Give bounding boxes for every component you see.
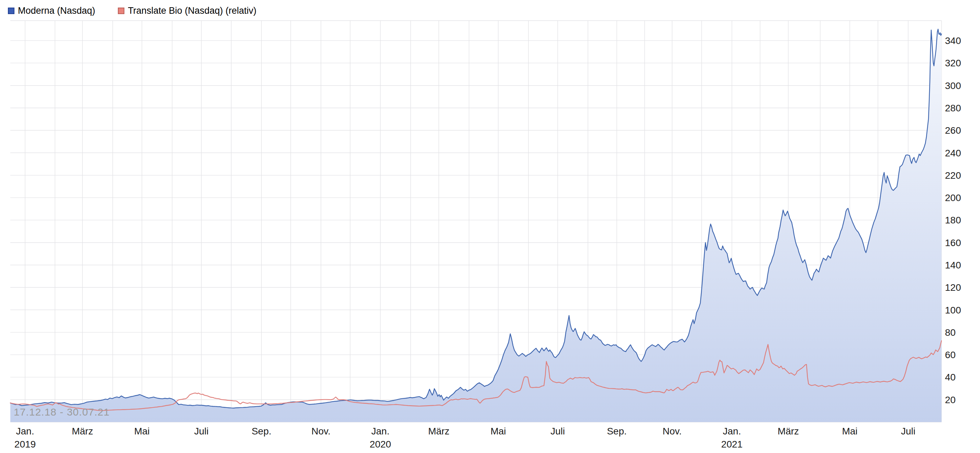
x-axis-month-label: Jan. bbox=[371, 426, 390, 437]
y-axis-label: 220 bbox=[945, 170, 961, 181]
y-axis-label: 40 bbox=[945, 372, 956, 383]
x-axis-month-label: Juli bbox=[550, 426, 565, 437]
y-axis-label: 180 bbox=[945, 215, 961, 225]
y-axis-label: 280 bbox=[945, 103, 961, 113]
x-axis-month-label: Jan. bbox=[16, 426, 34, 437]
y-axis-label: 20 bbox=[945, 395, 956, 405]
y-axis-label: 200 bbox=[945, 193, 961, 203]
x-axis-month-label: Sep. bbox=[251, 426, 272, 437]
x-axis-month-label: Juli bbox=[194, 426, 208, 437]
date-range-label: 17.12.18 - 30.07.21 bbox=[14, 406, 110, 418]
y-axis-label: 140 bbox=[945, 260, 961, 271]
x-axis-month-label: Nov. bbox=[311, 426, 331, 437]
y-axis-label: 260 bbox=[945, 125, 961, 136]
x-axis-month-label: März bbox=[428, 426, 449, 437]
x-axis-month-label: Mai bbox=[842, 426, 858, 437]
x-axis-month-label: Sep. bbox=[607, 426, 627, 437]
y-axis-label: 300 bbox=[945, 80, 961, 91]
x-axis-month-label: Mai bbox=[134, 426, 150, 437]
x-axis-month-label: Nov. bbox=[662, 426, 682, 437]
y-axis-label: 120 bbox=[945, 282, 961, 293]
y-axis-label: 60 bbox=[945, 349, 956, 360]
y-axis-label: 80 bbox=[945, 327, 956, 338]
y-axis-label: 160 bbox=[945, 238, 961, 248]
x-axis-year-label: 2020 bbox=[370, 439, 391, 450]
y-axis-label: 100 bbox=[945, 305, 961, 316]
stock-comparison-chart: 2040608010012014016018020022024026028030… bbox=[0, 0, 980, 453]
moderna-series-swatch-icon bbox=[8, 8, 14, 14]
translate-bio-series-swatch-icon bbox=[118, 8, 124, 14]
y-axis-label: 240 bbox=[945, 148, 961, 158]
x-axis-month-label: März bbox=[778, 426, 799, 437]
legend-item-translate-bio: Translate Bio (Nasdaq) (relativ) bbox=[118, 5, 256, 16]
x-axis-month-label: Jan. bbox=[723, 426, 741, 437]
legend-label-translate-bio: Translate Bio (Nasdaq) (relativ) bbox=[128, 5, 256, 16]
x-axis-year-label: 2021 bbox=[721, 439, 743, 450]
x-axis-month-label: Mai bbox=[490, 426, 506, 437]
y-axis-label: 340 bbox=[945, 35, 961, 46]
x-axis-year-label: 2019 bbox=[14, 439, 36, 450]
x-axis-month-label: Juli bbox=[901, 426, 915, 437]
legend-item-moderna: Moderna (Nasdaq) bbox=[8, 5, 95, 16]
chart-legend: Moderna (Nasdaq) Translate Bio (Nasdaq) … bbox=[8, 5, 256, 16]
x-axis-month-label: März bbox=[72, 426, 93, 437]
price-chart-canvas: 2040608010012014016018020022024026028030… bbox=[0, 0, 980, 453]
y-axis-label: 320 bbox=[945, 58, 961, 69]
legend-label-moderna: Moderna (Nasdaq) bbox=[18, 5, 95, 16]
